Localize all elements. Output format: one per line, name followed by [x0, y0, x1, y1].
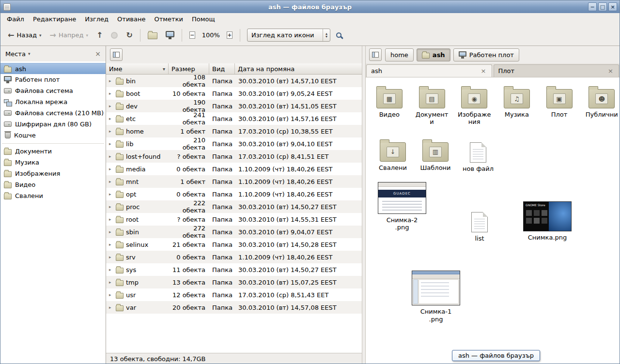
menu-item-3[interactable]: Отиване: [113, 14, 150, 24]
column-header-type[interactable]: Вид: [209, 63, 235, 74]
pathbar-pane-button[interactable]: [369, 48, 382, 61]
back-dropdown-icon[interactable]: ▾: [39, 33, 42, 38]
menu-item-4[interactable]: Отметки: [150, 14, 187, 24]
sidebar-item[interactable]: Файлова система (210 MB): [0, 107, 106, 119]
sidebar-item[interactable]: Файлова система: [0, 85, 106, 96]
pane-splitter[interactable]: [362, 46, 366, 364]
icon-item[interactable]: нов файл: [459, 137, 497, 172]
menu-item-1[interactable]: Редактиране: [29, 14, 80, 24]
icon-item[interactable]: Снимка-1.png: [409, 269, 463, 323]
maximize-button[interactable]: □: [598, 2, 607, 11]
close-button[interactable]: ×: [608, 2, 617, 11]
table-row[interactable]: ▸mnt1 обектПапка1.10.2009 (чт) 18,40,26 …: [106, 175, 362, 188]
tab-close-icon[interactable]: ×: [607, 67, 614, 75]
icon-item[interactable]: GNOME StoreСнимка.png: [521, 180, 574, 241]
sidebar-item[interactable]: Видео: [0, 179, 106, 190]
table-row[interactable]: ▸opt0 обектаПапка1.10.2009 (чт) 18,40,26…: [106, 188, 362, 200]
expander-icon[interactable]: ▸: [109, 305, 113, 310]
stop-button[interactable]: [108, 30, 121, 41]
icon-item[interactable]: ▣Плот: [542, 84, 577, 118]
icon-view[interactable]: ▦Видео▤Документи◉Изображения♫Музика▣Плот…: [366, 77, 620, 364]
column-header-date[interactable]: Дата на промяна: [235, 63, 362, 74]
table-row[interactable]: ▸tmp13 обектаПапка30.03.2010 (вт) 15,07,…: [106, 276, 362, 288]
view-mode-spinner[interactable]: ▴ ▾: [323, 29, 330, 41]
icon-item[interactable]: ♫Музика: [499, 84, 535, 118]
table-row[interactable]: ▸usr12 обектаПапка17.03.2010 (ср) 8,51,4…: [106, 288, 362, 301]
zoom-in-button[interactable]: [223, 29, 236, 41]
menu-item-5[interactable]: Помощ: [187, 14, 219, 24]
sidebar-item[interactable]: ash: [0, 63, 106, 74]
pathbar-button-0[interactable]: home: [385, 48, 414, 61]
sidebar-title[interactable]: Места: [5, 50, 26, 58]
expander-icon[interactable]: ▸: [109, 154, 113, 159]
computer-button[interactable]: [162, 29, 178, 42]
sidebar-close-icon[interactable]: ×: [95, 50, 101, 58]
table-row[interactable]: ▸root? обектаПапка30.03.2010 (вт) 14,55,…: [106, 213, 362, 226]
pathbar-button-1[interactable]: ash: [417, 48, 450, 61]
expander-icon[interactable]: ▸: [109, 129, 113, 134]
expander-icon[interactable]: ▸: [109, 78, 113, 83]
up-button[interactable]: ↑: [93, 29, 106, 42]
sidebar-item[interactable]: Локална мрежа: [0, 96, 106, 107]
view-mode-select[interactable]: Изглед като икони ▴ ▾: [247, 29, 330, 42]
expander-icon[interactable]: ▸: [109, 104, 113, 108]
expander-icon[interactable]: ▸: [109, 116, 113, 121]
table-row[interactable]: ▸sys11 обектаПапка30.03.2010 (вт) 14,50,…: [106, 263, 362, 276]
expander-icon[interactable]: ▸: [109, 292, 113, 297]
tab-0[interactable]: ash×: [366, 64, 492, 77]
table-row[interactable]: ▸media0 обектаПапка1.10.2009 (чт) 18,40,…: [106, 163, 362, 175]
icon-item[interactable]: ▦Видео: [372, 84, 407, 118]
table-row[interactable]: ▸sbin272 обектаПапка30.03.2010 (вт) 9,04…: [106, 226, 362, 238]
back-button[interactable]: ← Назад ▾: [4, 29, 45, 42]
sidebar-item[interactable]: Кошче: [0, 130, 106, 141]
expander-icon[interactable]: ▸: [109, 179, 113, 184]
table-row[interactable]: ▸etc241 обектаПапка30.03.2010 (вт) 14,57…: [106, 112, 362, 125]
sidebar-item[interactable]: Работен плот: [0, 74, 106, 85]
table-row[interactable]: ▸dev190 обектаПапка30.03.2010 (вт) 14,51…: [106, 100, 362, 112]
table-row[interactable]: ▸home1 обектПапка17.03.2010 (ср) 10,38,5…: [106, 125, 362, 137]
pane-location-button[interactable]: [110, 48, 123, 61]
icon-item[interactable]: ☻Публични: [584, 84, 620, 118]
sidebar-item[interactable]: Шифриран дял (80 GB): [0, 119, 106, 130]
icon-item[interactable]: GUADECСнимка-2.png: [375, 180, 429, 231]
home-button[interactable]: [144, 29, 161, 42]
tab-close-icon[interactable]: ×: [480, 67, 487, 75]
table-row[interactable]: ▸boot10 обектаПапка30.03.2010 (вт) 9,05,…: [106, 87, 362, 100]
expander-icon[interactable]: ▸: [109, 255, 113, 259]
expander-icon[interactable]: ▸: [109, 242, 113, 247]
tab-1[interactable]: Плот×: [494, 64, 620, 77]
icon-item[interactable]: list: [458, 180, 501, 242]
sidebar-dropdown-icon[interactable]: ▾: [28, 51, 31, 56]
icon-item[interactable]: ◉Изображения: [456, 84, 492, 126]
table-row[interactable]: ▸bin108 обектаПапка30.03.2010 (вт) 14,57…: [106, 75, 362, 87]
expander-icon[interactable]: ▸: [109, 91, 113, 96]
expander-icon[interactable]: ▸: [109, 217, 113, 222]
zoom-out-button[interactable]: [186, 29, 199, 41]
expander-icon[interactable]: ▸: [109, 192, 113, 197]
table-row[interactable]: ▸srv0 обектаПапка1.10.2009 (чт) 18,40,26…: [106, 251, 362, 263]
expander-icon[interactable]: ▸: [109, 267, 113, 272]
forward-button[interactable]: → Напред ▾: [46, 29, 92, 42]
sidebar-item[interactable]: Документи: [0, 146, 106, 157]
expander-icon[interactable]: ▸: [109, 280, 113, 285]
reload-button[interactable]: ↻: [123, 29, 136, 42]
table-row[interactable]: ▸lost+found? обектаПапка17.03.2010 (ср) …: [106, 150, 362, 163]
expander-icon[interactable]: ▸: [109, 229, 113, 234]
minimize-button[interactable]: −: [588, 2, 597, 11]
icon-item[interactable]: ▤Документи: [414, 84, 450, 126]
titlebar[interactable]: ash — файлов браузър − □ ×: [0, 0, 620, 13]
search-button[interactable]: [332, 29, 347, 41]
table-row[interactable]: ▸lib210 обектаПапка30.03.2010 (вт) 9,04,…: [106, 137, 362, 150]
table-row[interactable]: ▸var20 обектаПапка30.03.2010 (вт) 14,57,…: [106, 301, 362, 314]
table-row[interactable]: ▸proc222 обектаПапка30.03.2010 (вт) 14,5…: [106, 200, 362, 213]
column-header-name[interactable]: Име▾: [106, 63, 169, 74]
sidebar-item[interactable]: Музика: [0, 157, 106, 168]
column-header-size[interactable]: Размер: [169, 63, 209, 74]
sidebar-item[interactable]: Изображения: [0, 168, 106, 179]
menu-item-0[interactable]: Файл: [2, 14, 29, 24]
sidebar-item[interactable]: Свалени: [0, 190, 106, 201]
icon-item[interactable]: ↓Свалени: [373, 137, 412, 171]
menu-item-2[interactable]: Изглед: [80, 14, 113, 24]
expander-icon[interactable]: ▸: [109, 141, 113, 146]
table-row[interactable]: ▸selinux21 обектаПапка30.03.2010 (вт) 14…: [106, 238, 362, 251]
